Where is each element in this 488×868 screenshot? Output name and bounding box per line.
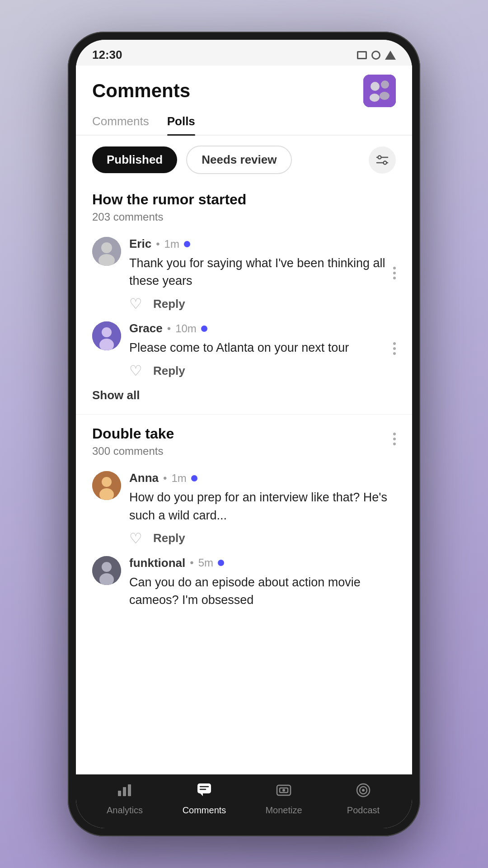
- unread-indicator-anna: [191, 475, 197, 481]
- svg-rect-23: [128, 784, 131, 796]
- comment-body-grace: Grace • 10m Please come to Atlanta on yo…: [129, 321, 396, 379]
- svg-point-2: [381, 80, 389, 89]
- avatar-eric: [92, 237, 121, 266]
- svg-rect-21: [118, 791, 121, 796]
- reply-button-anna[interactable]: Reply: [153, 531, 185, 545]
- more-options-eric[interactable]: [393, 259, 396, 287]
- unread-indicator-grace: [201, 326, 207, 332]
- tab-comments[interactable]: Comments: [92, 114, 149, 135]
- commenter-name-grace: Grace: [129, 321, 163, 335]
- svg-point-7: [378, 156, 381, 159]
- episode-section-1: How the rumor started 203 comments: [76, 184, 412, 223]
- comment-timestamp-eric: 1m: [164, 238, 179, 250]
- comment-body-funktional: funktional • 5m Can you do an episode ab…: [129, 556, 396, 614]
- channel-avatar[interactable]: [363, 75, 396, 107]
- svg-rect-24: [197, 783, 211, 793]
- more-dot-1: [393, 267, 396, 269]
- commenter-name-eric: Eric: [129, 237, 151, 251]
- comment-item-grace: Grace • 10m Please come to Atlanta on yo…: [76, 315, 412, 382]
- svg-rect-22: [123, 787, 126, 796]
- unread-indicator-funktional: [218, 560, 224, 566]
- more-dot-3: [393, 277, 396, 279]
- reply-button-eric[interactable]: Reply: [153, 297, 185, 311]
- nav-comments[interactable]: Comments: [177, 783, 231, 816]
- episode-1-title: How the rumor started: [92, 191, 396, 208]
- comment-time-grace: •: [167, 322, 171, 335]
- more-dot-2: [393, 272, 396, 274]
- screen-content: Comments Comments: [76, 66, 412, 774]
- comment-body-eric: Eric • 1m Thank you for saying what I've…: [129, 237, 396, 312]
- heart-icon-anna: ♡: [129, 530, 142, 547]
- more-dot-5: [393, 347, 396, 350]
- status-time: 12:30: [92, 48, 122, 62]
- status-bar: 12:30: [76, 40, 412, 66]
- svg-rect-4: [380, 92, 389, 100]
- svg-point-1: [371, 82, 380, 91]
- comment-actions-grace: ♡ Reply: [129, 362, 396, 379]
- wifi-icon: [385, 51, 396, 60]
- section-divider-1: [76, 414, 412, 415]
- comment-meta-funktional: funktional • 5m: [129, 556, 396, 570]
- more-dot-6: [393, 352, 396, 355]
- status-icons: [357, 51, 396, 60]
- anna-avatar-image: [92, 471, 121, 500]
- more-options-ep2[interactable]: [393, 425, 396, 453]
- episode-1-count: 203 comments: [92, 211, 396, 223]
- reply-button-grace[interactable]: Reply: [153, 364, 185, 378]
- comment-timestamp-anna: 1m: [171, 472, 186, 485]
- like-button-anna[interactable]: ♡: [129, 530, 142, 547]
- filter-settings-button[interactable]: [369, 146, 396, 174]
- podcast-icon: [356, 783, 371, 802]
- analytics-label: Analytics: [107, 805, 143, 816]
- comments-scroll-area[interactable]: How the rumor started 203 comments: [76, 184, 412, 774]
- signal-icon: [371, 51, 380, 60]
- settings-sliders-icon: [375, 153, 389, 167]
- heart-icon-grace: ♡: [129, 362, 142, 379]
- filter-published-button[interactable]: Published: [92, 146, 177, 173]
- comment-item-eric: Eric • 1m Thank you for saying what I've…: [76, 231, 412, 315]
- podcast-label: Podcast: [347, 805, 380, 816]
- unread-indicator-eric: [184, 241, 190, 247]
- show-all-button-ep1[interactable]: Show all: [76, 382, 412, 410]
- bottom-nav: Analytics Comments: [76, 774, 412, 828]
- comment-timestamp-grace: 10m: [175, 322, 197, 335]
- heart-icon-eric: ♡: [129, 295, 142, 312]
- more-dot-4: [393, 342, 396, 345]
- svg-point-30: [282, 789, 285, 792]
- comment-text-funktional: Can you do an episode about action movie…: [129, 574, 396, 609]
- comment-actions-eric: ♡ Reply: [129, 295, 396, 312]
- more-options-grace[interactable]: [393, 335, 396, 362]
- monetize-icon: [276, 783, 291, 802]
- svg-point-13: [102, 327, 112, 337]
- page-title: Comments: [92, 80, 190, 102]
- tab-polls[interactable]: Polls: [167, 114, 195, 135]
- comment-meta-anna: Anna • 1m: [129, 471, 396, 485]
- comment-text-eric: Thank you for saying what I've been thin…: [129, 255, 396, 290]
- comment-actions-anna: ♡ Reply: [129, 530, 396, 547]
- monetize-label: Monetize: [265, 805, 302, 816]
- avatar-image: [363, 75, 396, 107]
- like-button-eric[interactable]: ♡: [129, 295, 142, 312]
- commenter-name-funktional: funktional: [129, 556, 185, 570]
- grace-avatar-image: [92, 321, 121, 350]
- comment-text-anna: How do you prep for an interview like th…: [129, 489, 396, 524]
- svg-point-33: [362, 789, 365, 792]
- comment-item-funktional: funktional • 5m Can you do an episode ab…: [76, 550, 412, 617]
- comment-item-anna: Anna • 1m How do you prep for an intervi…: [76, 465, 412, 549]
- funktional-avatar-image: [92, 556, 121, 585]
- nav-analytics[interactable]: Analytics: [98, 783, 152, 816]
- filter-needs-review-button[interactable]: Needs review: [186, 146, 292, 174]
- phone-screen: 12:30 Comments: [76, 40, 412, 828]
- filter-row: Published Needs review: [76, 136, 412, 184]
- nav-monetize[interactable]: Monetize: [257, 783, 311, 816]
- like-button-grace[interactable]: ♡: [129, 362, 142, 379]
- episode-2-title: Double take: [92, 425, 174, 442]
- comment-meta-eric: Eric • 1m: [129, 237, 396, 251]
- svg-marker-27: [200, 793, 203, 796]
- nav-podcast[interactable]: Podcast: [336, 783, 390, 816]
- svg-point-19: [102, 562, 112, 572]
- eric-avatar-image: [92, 237, 121, 266]
- comments-nav-label: Comments: [183, 805, 226, 816]
- comment-meta-grace: Grace • 10m: [129, 321, 396, 335]
- comment-text-grace: Please come to Atlanta on your next tour: [129, 339, 396, 357]
